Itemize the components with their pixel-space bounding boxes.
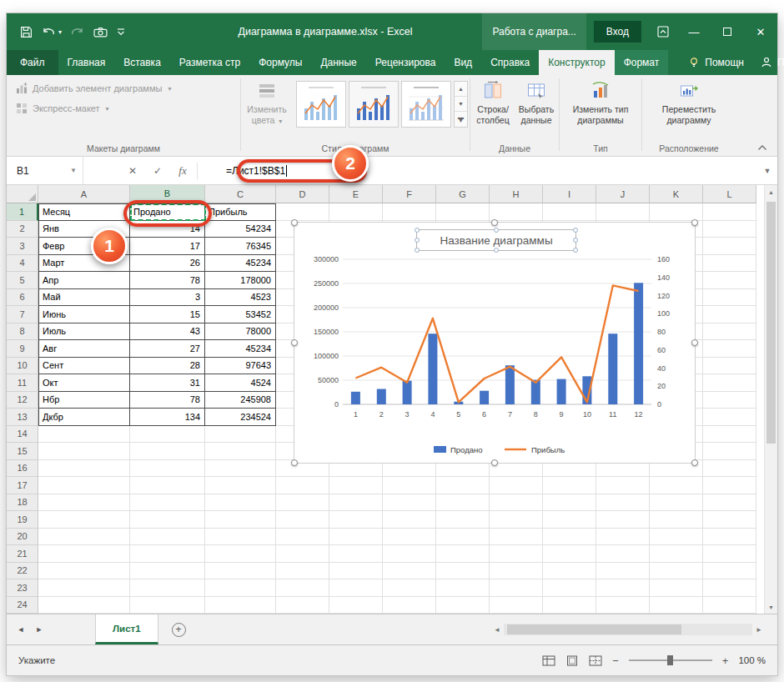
- cell-A7[interactable]: Июнь: [38, 306, 130, 323]
- cell-B10[interactable]: 28: [130, 358, 205, 375]
- scroll-right-icon[interactable]: ►: [752, 626, 766, 634]
- row-header-14[interactable]: 14: [7, 426, 38, 444]
- cell-H18[interactable]: [490, 494, 543, 512]
- cell-C7[interactable]: 53452: [205, 306, 276, 323]
- zoom-out-icon[interactable]: −: [612, 654, 619, 667]
- cell-L12[interactable]: [703, 392, 756, 409]
- cell-F20[interactable]: [383, 529, 436, 546]
- gallery-more-icon[interactable]: ▬▼: [455, 112, 467, 127]
- cell-D18[interactable]: [276, 494, 329, 512]
- row-header-2[interactable]: 2: [7, 221, 38, 238]
- cell-K21[interactable]: [650, 545, 703, 563]
- cell-B16[interactable]: [130, 460, 205, 478]
- cell-D19[interactable]: [276, 511, 329, 529]
- column-header-E[interactable]: E: [329, 185, 383, 203]
- quick-layout-button[interactable]: Экспресс-макет▾: [15, 102, 234, 115]
- cell-F24[interactable]: [383, 597, 436, 614]
- cell-J1[interactable]: [596, 203, 650, 221]
- chart[interactable]: Название диаграммы 050000100000150000200…: [294, 222, 696, 464]
- row-header-11[interactable]: 11: [7, 374, 38, 392]
- sheet-tab-list1[interactable]: Лист1: [95, 614, 158, 644]
- cell-L6[interactable]: [703, 289, 756, 307]
- row-header-15[interactable]: 15: [7, 443, 38, 460]
- cell-C5[interactable]: 178000: [205, 272, 276, 289]
- cell-C24[interactable]: [205, 597, 276, 614]
- cell-C12[interactable]: 245908: [205, 392, 276, 409]
- cell-F21[interactable]: [383, 545, 436, 563]
- cell-J17[interactable]: [596, 477, 650, 494]
- cell-A1[interactable]: Месяц: [38, 203, 130, 221]
- cell-B7[interactable]: 15: [130, 306, 205, 323]
- cell-C18[interactable]: [205, 494, 276, 512]
- cell-L5[interactable]: [703, 272, 756, 289]
- customize-quick-access-icon[interactable]: [117, 28, 125, 36]
- cell-J23[interactable]: [596, 579, 650, 597]
- cell-B17[interactable]: [130, 477, 205, 494]
- row-header-18[interactable]: 18: [7, 494, 38, 512]
- cell-L18[interactable]: [703, 494, 756, 512]
- cell-A6[interactable]: Май: [38, 289, 130, 307]
- cell-I23[interactable]: [543, 579, 596, 597]
- cell-G22[interactable]: [436, 563, 490, 580]
- cell-B11[interactable]: 31: [130, 374, 205, 392]
- tab-главная[interactable]: Главная: [58, 50, 115, 75]
- cell-C17[interactable]: [205, 477, 276, 494]
- chart-handle[interactable]: [691, 219, 698, 226]
- cell-G23[interactable]: [436, 579, 490, 597]
- cell-E19[interactable]: [329, 511, 383, 529]
- cell-F1[interactable]: [383, 203, 436, 221]
- cell-A13[interactable]: Дкбр: [38, 409, 130, 426]
- enter-icon[interactable]: ✓: [147, 165, 168, 177]
- cell-A14[interactable]: [38, 426, 130, 444]
- cell-A23[interactable]: [38, 579, 130, 597]
- cell-C22[interactable]: [205, 563, 276, 580]
- cell-A19[interactable]: [38, 511, 130, 529]
- scroll-left-icon[interactable]: ◄: [490, 626, 504, 634]
- cell-F17[interactable]: [383, 477, 436, 494]
- cell-G24[interactable]: [436, 597, 490, 614]
- cell-C4[interactable]: 45234: [205, 255, 276, 273]
- cell-G21[interactable]: [436, 545, 490, 563]
- row-header-16[interactable]: 16: [7, 460, 38, 478]
- sheet-nav-left-icon[interactable]: ◄: [12, 625, 30, 634]
- cell-I19[interactable]: [543, 511, 596, 529]
- tab-файл[interactable]: Файл: [7, 50, 58, 75]
- cell-H23[interactable]: [490, 579, 543, 597]
- column-header-K[interactable]: K: [650, 185, 703, 203]
- cell-C8[interactable]: 78000: [205, 323, 276, 341]
- cell-E23[interactable]: [329, 579, 383, 597]
- chart-handle[interactable]: [491, 219, 498, 226]
- cell-I24[interactable]: [543, 597, 596, 614]
- cell-D1[interactable]: [276, 203, 329, 221]
- cell-A20[interactable]: [38, 529, 130, 546]
- cell-B9[interactable]: 27: [130, 340, 205, 358]
- cell-A8[interactable]: Июль: [38, 323, 130, 341]
- cell-G20[interactable]: [436, 529, 490, 546]
- row-header-5[interactable]: 5: [7, 272, 38, 289]
- cell-C2[interactable]: 54234: [205, 221, 276, 238]
- cell-A10[interactable]: Сент: [38, 358, 130, 375]
- cell-K24[interactable]: [650, 597, 703, 614]
- cell-D22[interactable]: [276, 563, 329, 580]
- cell-E22[interactable]: [329, 563, 383, 580]
- cell-G1[interactable]: [436, 203, 490, 221]
- cell-K23[interactable]: [650, 579, 703, 597]
- cell-C3[interactable]: 76345: [205, 238, 276, 255]
- close-button[interactable]: ✕: [744, 13, 777, 50]
- cell-K18[interactable]: [650, 494, 703, 512]
- cell-L21[interactable]: [703, 545, 756, 563]
- vertical-scrollbar[interactable]: ▲ ▼: [764, 185, 777, 614]
- cell-A18[interactable]: [38, 494, 130, 512]
- cell-A9[interactable]: Авг: [38, 340, 130, 358]
- select-all-corner[interactable]: [7, 185, 38, 203]
- cell-C9[interactable]: 45234: [205, 340, 276, 358]
- cell-L1[interactable]: [703, 203, 756, 221]
- chart-style-thumb-3[interactable]: [401, 81, 451, 128]
- cell-H24[interactable]: [490, 597, 543, 614]
- cell-C16[interactable]: [205, 460, 276, 478]
- scroll-up-icon[interactable]: ▲: [765, 185, 777, 198]
- cell-L19[interactable]: [703, 511, 756, 529]
- cell-B23[interactable]: [130, 579, 205, 597]
- zoom-level[interactable]: 100 %: [738, 655, 766, 665]
- cell-B12[interactable]: 78: [130, 392, 205, 409]
